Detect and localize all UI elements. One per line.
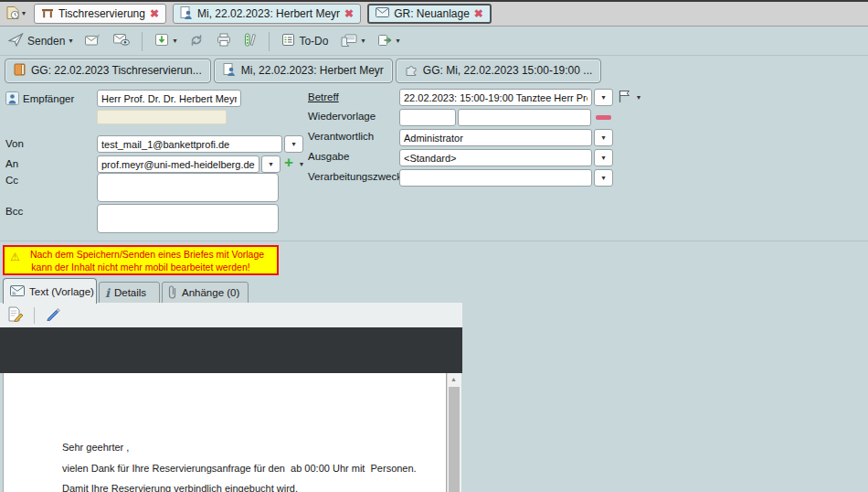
person-icon [180, 6, 193, 22]
flag-dropdown-icon[interactable]: ▾ [637, 94, 640, 102]
chevron-down-icon: ▾ [601, 175, 605, 182]
letter-body-line: Damit Ihre Reservierung verbindlich eing… [62, 483, 298, 492]
ausgabe-input[interactable] [399, 149, 592, 166]
chevron-down-icon: ▾ [396, 37, 399, 45]
betreff-dropdown-button[interactable]: ▾ [594, 89, 613, 106]
record-tab-bar: GG: 22.02.2023 Tischreservierun... Mi, 2… [0, 57, 868, 84]
window-tab-gr-neuanlage[interactable]: GR: Neuanlage ✖ [367, 4, 492, 24]
send-draft-button[interactable] [82, 32, 103, 50]
envelope-forward-icon [85, 34, 101, 48]
von-dropdown-button[interactable]: ▾ [284, 135, 303, 153]
refresh-button[interactable] [186, 31, 206, 52]
ausgabe-dropdown-button[interactable]: ▾ [594, 149, 613, 166]
paperclip-icon [168, 284, 177, 301]
record-tab-tischreservierung[interactable]: GG: 22.02.2023 Tischreservierun... [5, 59, 211, 83]
todo-button[interactable]: To-Do [279, 31, 331, 51]
refresh-icon [189, 33, 204, 50]
flag-icon[interactable] [618, 90, 632, 106]
verarbeitungszweck-label: Verarbeitungszweck [308, 171, 402, 182]
remove-wiedervorlage-icon[interactable] [596, 115, 611, 120]
window-top-edge [0, 0, 868, 2]
edit-template-button[interactable] [5, 305, 26, 326]
add-recipient-dropdown-icon[interactable]: ▾ [300, 161, 303, 168]
form-divider [0, 241, 868, 241]
info-icon: i [105, 286, 110, 300]
contact-icon [5, 91, 19, 108]
record-tab-label: Mi, 22.02.2023: Herbert Meyr [241, 64, 384, 77]
bcc-label: Bcc [5, 206, 23, 217]
record-tab-label: GG: Mi, 22.02.2023 15:00-19:00 ... [423, 64, 592, 77]
tab-anhaenge[interactable]: Anhänge (0) [162, 282, 249, 304]
an-dropdown-button[interactable]: ▾ [261, 155, 281, 173]
warning-icon: ⚠ [10, 251, 20, 263]
verarbeitungszweck-input[interactable] [399, 169, 592, 187]
printer-icon [217, 33, 231, 49]
save-import-button[interactable]: ▾ [152, 31, 179, 51]
mail-preview-button[interactable] [111, 32, 132, 50]
book-icon [14, 63, 26, 79]
recent-items-button[interactable]: ▾ [4, 4, 27, 24]
bcc-input[interactable] [97, 204, 279, 233]
window-tab-label: Mi, 22.02.2023: Herbert Meyr [197, 7, 340, 20]
checklist-icon [281, 33, 295, 49]
von-label: Von [5, 138, 24, 149]
letter-salutation: Sehr geehrter , [62, 442, 129, 453]
scroll-up-icon[interactable]: ▲ [450, 376, 457, 382]
pencil-icon [46, 306, 60, 324]
send-button[interactable]: Senden ▾ [5, 31, 75, 51]
export-button[interactable]: ▾ [375, 32, 402, 51]
tab-label: Details [114, 287, 146, 298]
an-input[interactable] [97, 155, 259, 173]
close-icon[interactable]: ✖ [150, 8, 159, 19]
record-tab-label: GG: 22.02.2023 Tischreservierun... [31, 64, 202, 77]
wiedervorlage-text-input[interactable] [458, 109, 591, 126]
chevron-down-icon: ▾ [22, 10, 26, 17]
person-icon [223, 63, 236, 79]
print-button[interactable] [214, 31, 234, 51]
ausgabe-label: Ausgabe [308, 151, 349, 162]
von-input[interactable] [97, 135, 282, 153]
pdf-scrollbar-thumb[interactable] [449, 387, 460, 492]
text-edit-toolbar [0, 303, 462, 327]
close-icon[interactable]: ✖ [474, 8, 483, 19]
toolbar-divider [0, 55, 868, 56]
mail-toolbar: Senden ▾ ▾ [0, 27, 868, 55]
betreff-label[interactable]: Betreff [308, 91, 339, 102]
chevron-down-icon: ▾ [601, 94, 605, 102]
window-tab-tischreservierung[interactable]: Tischreservierung ✖ [34, 4, 166, 24]
strip-separator [34, 307, 35, 324]
wiedervorlage-date-input[interactable] [399, 109, 456, 126]
verantwortlich-input[interactable] [399, 129, 592, 146]
record-tab-event[interactable]: GG: Mi, 22.02.2023 15:00-19:00 ... [396, 59, 601, 83]
record-tab-herbert-meyr[interactable]: Mi, 22.02.2023: Herbert Meyr [214, 59, 393, 83]
tab-text-vorlage[interactable]: Text (Vorlage) [3, 278, 97, 304]
betreff-input[interactable] [399, 89, 592, 106]
window-tab-herbert-meyr[interactable]: Mi, 22.02.2023: Herbert Meyr ✖ [173, 4, 361, 24]
add-recipient-icon[interactable]: + [284, 155, 293, 170]
window-tab-label: GR: Neuanlage [394, 7, 470, 20]
empfaenger-secondary-field [97, 110, 227, 124]
edit-document-icon [7, 306, 24, 325]
verantwortlich-dropdown-button[interactable]: ▾ [594, 129, 613, 146]
close-icon[interactable]: ✖ [344, 8, 354, 19]
notes-button[interactable]: ▾ [338, 32, 367, 51]
tab-label: Text (Vorlage) [29, 286, 94, 297]
tab-details[interactable]: i Details [99, 282, 160, 304]
cc-input[interactable] [97, 173, 279, 202]
pdf-page [3, 373, 447, 492]
puzzle-icon [405, 63, 418, 79]
chevron-down-icon: ▾ [69, 37, 72, 45]
workflow-status-button[interactable] [241, 31, 259, 51]
notes-icon [341, 34, 357, 49]
chevron-down-icon: ▾ [361, 37, 365, 45]
envelope-icon [10, 285, 25, 298]
chevron-down-icon: ▾ [269, 161, 272, 168]
verantwortlich-label: Verantwortlich [308, 131, 374, 142]
send-label: Senden [27, 35, 65, 48]
edit-text-button[interactable] [43, 305, 63, 326]
pdf-toolbar [0, 327, 462, 373]
empfaenger-input[interactable] [97, 90, 241, 107]
table-icon [41, 7, 54, 21]
verarbeitungszweck-dropdown-button[interactable]: ▾ [594, 169, 613, 187]
chevron-down-icon: ▾ [601, 134, 605, 142]
